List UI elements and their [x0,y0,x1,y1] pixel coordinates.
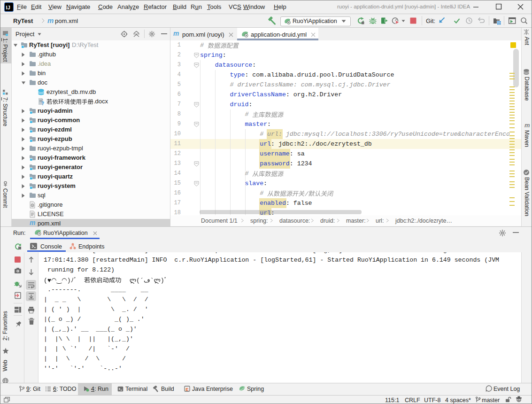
svg-text:IJ: IJ [6,5,10,10]
svg-text:?: ? [41,101,44,106]
svg-text:E: E [185,387,188,392]
